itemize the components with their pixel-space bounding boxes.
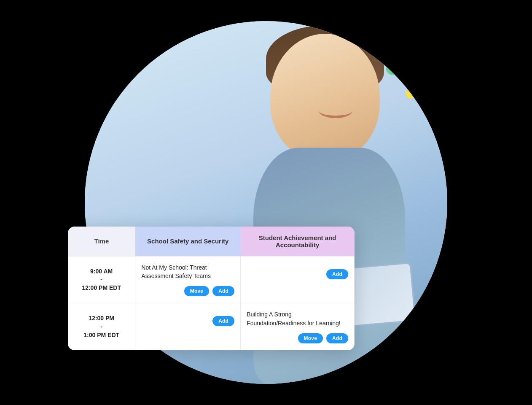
schedule-card: Time School Safety and Security Student …	[68, 227, 355, 350]
column-header-achievement: Student Achievement and Accountability	[241, 227, 355, 256]
move-button-2[interactable]: Move	[298, 333, 323, 343]
add-button-achievement-1[interactable]: Add	[326, 269, 348, 279]
button-row-safety-1: Move Add	[141, 284, 234, 296]
safety-cell-2: Add	[135, 303, 241, 350]
column-header-time: Time	[68, 227, 135, 256]
person-smile	[319, 103, 352, 118]
button-row-achievement-2: Move Add	[247, 332, 348, 343]
button-row-achievement-1: Add	[247, 267, 348, 279]
time-slot-1-label: 9:00 AM-12:00 PM EDT	[82, 268, 121, 291]
achievement-cell-2: Building A Strong Foundation/Readiness f…	[241, 303, 355, 350]
session-title-achievement-2: Building A Strong Foundation/Readiness f…	[247, 310, 348, 327]
time-slot-2: 12:00 PM-1:00 PM EDT	[68, 303, 135, 350]
scene: Time School Safety and Security Student …	[55, 13, 477, 392]
time-slot-2-label: 12:00 PM-1:00 PM EDT	[83, 315, 119, 338]
achievement-cell-1: Add	[241, 256, 355, 303]
person-face	[270, 34, 380, 160]
schedule-table: Time School Safety and Security Student …	[68, 227, 355, 350]
column-header-safety: School Safety and Security	[135, 227, 241, 256]
safety-cell-1: Not At My School: Threat Assessment Safe…	[135, 256, 241, 303]
time-slot-1: 9:00 AM-12:00 PM EDT	[68, 256, 135, 303]
button-row-safety-2: Add	[141, 314, 234, 326]
table-row: 9:00 AM-12:00 PM EDT Not At My School: T…	[68, 256, 355, 303]
add-button-safety-1[interactable]: Add	[212, 286, 234, 296]
add-button-safety-2[interactable]: Add	[212, 316, 234, 326]
add-button-achievement-2[interactable]: Add	[326, 333, 348, 343]
session-title-safety-1: Not At My School: Threat Assessment Safe…	[141, 263, 234, 281]
move-button-1[interactable]: Move	[184, 286, 209, 296]
table-row: 12:00 PM-1:00 PM EDT Add Building A Stro…	[68, 303, 355, 350]
